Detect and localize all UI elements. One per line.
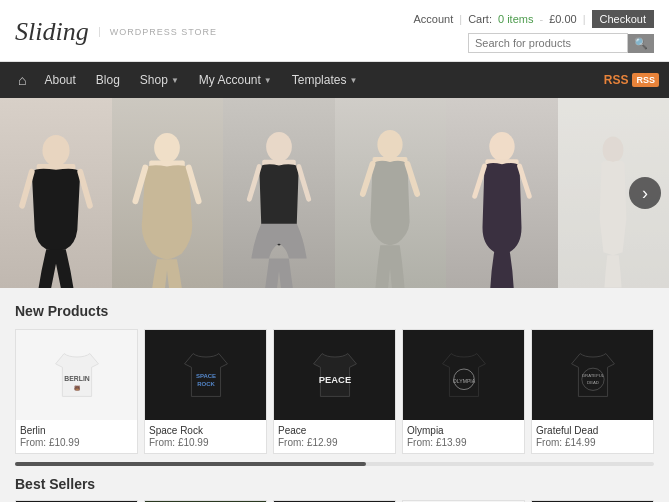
product-spacerock-price: From: £10.99 (149, 437, 262, 448)
separator: | (459, 13, 462, 25)
product-spacerock-name: Space Rock (149, 425, 262, 436)
product-gratefuldead-info: Grateful Dead From: £14.99 (532, 420, 653, 453)
cart-label: Cart: (468, 13, 492, 25)
svg-text:PEACE: PEACE (318, 374, 350, 385)
rss-label: RSS (604, 73, 629, 87)
svg-line-19 (519, 166, 529, 196)
product-peace-info: Peace From: £12.99 (274, 420, 395, 453)
svg-text:DEAD: DEAD (587, 380, 599, 385)
product-gratefuldead[interactable]: GRATEFUL DEAD Grateful Dead From: £14.99 (531, 329, 654, 454)
svg-point-0 (42, 135, 69, 166)
product-spacerock[interactable]: SPACE ROCK Space Rock From: £10.99 (144, 329, 267, 454)
slider-next-button[interactable]: › (629, 177, 661, 209)
product-olympia-info: Olympia From: £13.99 (403, 420, 524, 453)
model-figure-2 (127, 130, 207, 288)
nav-home[interactable]: ⌂ (10, 62, 34, 98)
gratefuldead-tshirt-icon: GRATEFUL DEAD (563, 345, 623, 405)
hero-slide-5 (446, 98, 558, 288)
logo-area: Sliding WORDPRESS STORE (15, 17, 217, 47)
hero-slide-1 (0, 98, 112, 288)
product-olympia-name: Olympia (407, 425, 520, 436)
chevron-down-icon3: ▼ (349, 76, 357, 85)
hero-images (0, 98, 669, 288)
svg-point-8 (266, 132, 292, 162)
nav-myaccount[interactable]: My Account ▼ (189, 62, 282, 98)
product-spacerock-info: Space Rock From: £10.99 (145, 420, 266, 453)
new-products-section: New Products BERLIN 🐻 Berlin From: £10.9… (15, 303, 654, 466)
search-area: 🔍 (468, 33, 654, 53)
site-tagline: WORDPRESS STORE (99, 27, 217, 37)
product-berlin-name: Berlin (20, 425, 133, 436)
main-content: New Products BERLIN 🐻 Berlin From: £10.9… (0, 288, 669, 502)
cart-amount: £0.00 (549, 13, 577, 25)
product-berlin-price: From: £10.99 (20, 437, 133, 448)
product-olympia-price: From: £13.99 (407, 437, 520, 448)
peace-tshirt-icon: PEACE (305, 345, 365, 405)
home-icon: ⌂ (18, 72, 26, 88)
product-spacerock-image: SPACE ROCK (145, 330, 266, 420)
berlin-tshirt-icon: BERLIN 🐻 (47, 345, 107, 405)
hero-slide-3 (223, 98, 335, 288)
products-scroll-bar[interactable] (15, 462, 654, 466)
hero-slider: › (0, 98, 669, 288)
chevron-down-icon2: ▼ (264, 76, 272, 85)
product-peace-name: Peace (278, 425, 391, 436)
model-figure-1 (16, 133, 96, 288)
product-berlin[interactable]: BERLIN 🐻 Berlin From: £10.99 (15, 329, 138, 454)
nav-left: ⌂ About Blog Shop ▼ My Account ▼ Templat… (10, 62, 367, 98)
product-peace[interactable]: PEACE Peace From: £12.99 (273, 329, 396, 454)
cart-items-link[interactable]: 0 items (498, 13, 533, 25)
product-berlin-info: Berlin From: £10.99 (16, 420, 137, 453)
product-peace-image: PEACE (274, 330, 395, 420)
new-products-heading: New Products (15, 303, 654, 319)
main-nav: ⌂ About Blog Shop ▼ My Account ▼ Templat… (0, 62, 669, 98)
svg-point-12 (378, 130, 403, 159)
rss-icon[interactable]: RSS (632, 73, 659, 87)
svg-line-2 (22, 172, 32, 206)
nav-shop[interactable]: Shop ▼ (130, 62, 189, 98)
search-input[interactable] (468, 33, 628, 53)
svg-line-18 (474, 166, 484, 196)
product-berlin-image: BERLIN 🐻 (16, 330, 137, 420)
separator2: - (539, 13, 543, 25)
product-gratefuldead-image: GRATEFUL DEAD (532, 330, 653, 420)
svg-line-14 (363, 164, 373, 194)
product-gratefuldead-price: From: £14.99 (536, 437, 649, 448)
svg-point-16 (489, 132, 514, 161)
separator3: | (583, 13, 586, 25)
top-links: Account | Cart: 0 items - £0.00 | Checko… (414, 10, 654, 28)
nav-about[interactable]: About (34, 62, 85, 98)
search-button[interactable]: 🔍 (628, 34, 654, 53)
svg-text:GRATEFUL: GRATEFUL (581, 373, 604, 378)
hero-slide-4 (335, 98, 447, 288)
products-grid: BERLIN 🐻 Berlin From: £10.99 SPACE ROCK (15, 329, 654, 454)
product-gratefuldead-name: Grateful Dead (536, 425, 649, 436)
svg-point-4 (154, 133, 180, 163)
chevron-down-icon: ▼ (171, 76, 179, 85)
account-link[interactable]: Account (414, 13, 454, 25)
svg-text:OLYMPIA: OLYMPIA (452, 378, 475, 384)
site-logo[interactable]: Sliding (15, 17, 89, 47)
olympia-tshirt-icon: OLYMPIA (434, 345, 494, 405)
rss-area: RSS RSS (604, 73, 659, 87)
svg-text:ROCK: ROCK (197, 381, 215, 387)
checkout-button[interactable]: Checkout (592, 10, 654, 28)
product-peace-price: From: £12.99 (278, 437, 391, 448)
scroll-bar-thumb (15, 462, 366, 466)
svg-line-11 (299, 167, 309, 200)
nav-templates[interactable]: Templates ▼ (282, 62, 368, 98)
svg-line-10 (249, 167, 259, 200)
product-olympia[interactable]: OLYMPIA Olympia From: £13.99 (402, 329, 525, 454)
svg-text:BERLIN: BERLIN (64, 375, 90, 382)
svg-line-3 (80, 172, 90, 206)
svg-point-20 (603, 136, 624, 163)
hero-slide-2 (112, 98, 224, 288)
model-figure-4 (350, 128, 430, 288)
nav-blog[interactable]: Blog (86, 62, 130, 98)
header-right: Account | Cart: 0 items - £0.00 | Checko… (414, 10, 654, 53)
model-figure-3 (239, 130, 319, 288)
svg-text:🐻: 🐻 (74, 385, 81, 392)
svg-text:SPACE: SPACE (195, 373, 215, 379)
model-figure-ghost (594, 133, 632, 288)
svg-line-15 (408, 164, 418, 194)
